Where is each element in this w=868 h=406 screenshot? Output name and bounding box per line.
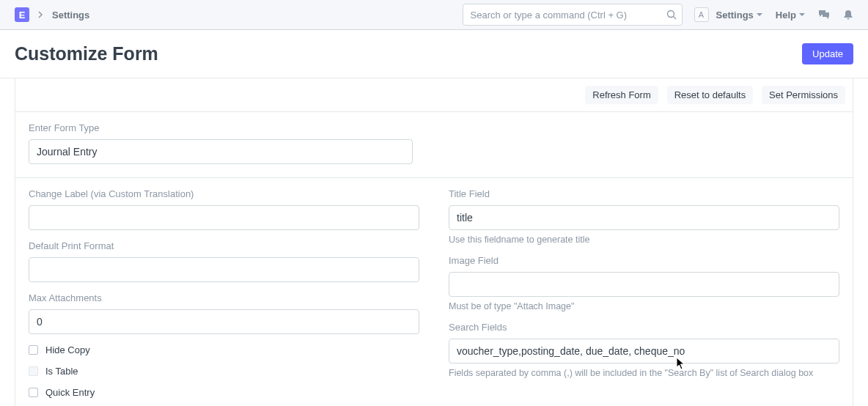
section-form-type: Enter Form Type	[15, 112, 853, 178]
nav-help-label: Help	[776, 10, 796, 21]
title-field-label: Title Field	[449, 188, 839, 199]
chevron-right-icon	[38, 11, 43, 18]
update-button[interactable]: Update	[802, 43, 853, 64]
max-attachments-label: Max Attachments	[29, 292, 419, 303]
svg-point-0	[667, 11, 674, 18]
form-type-input[interactable]	[29, 139, 413, 164]
checkbox-icon	[29, 345, 38, 355]
form-type-label: Enter Form Type	[29, 122, 413, 133]
checkbox-icon	[29, 366, 38, 376]
toolbar: Refresh Form Reset to defaults Set Permi…	[15, 78, 853, 111]
is-table-label: Is Table	[45, 366, 78, 377]
brand-logo[interactable]: E	[15, 7, 29, 22]
search-fields-label: Search Fields	[449, 322, 839, 333]
change-label-input[interactable]	[29, 205, 419, 230]
reset-defaults-button[interactable]: Reset to defaults	[667, 86, 754, 104]
section-details: Change Label (via Custom Translation) De…	[15, 178, 853, 406]
chat-icon[interactable]	[818, 10, 830, 20]
set-permissions-button[interactable]: Set Permissions	[762, 86, 845, 104]
search-fields-input[interactable]	[449, 339, 839, 363]
max-attachments-input[interactable]	[29, 309, 419, 334]
breadcrumb-settings[interactable]: Settings	[52, 10, 89, 21]
print-format-label: Default Print Format	[29, 240, 419, 251]
nav-settings-label: Settings	[716, 10, 754, 21]
image-field-input[interactable]	[449, 272, 839, 297]
page-head: Customize Form Update	[0, 30, 868, 78]
caret-down-icon	[757, 13, 762, 17]
caret-down-icon	[799, 13, 805, 17]
image-field-label: Image Field	[449, 255, 839, 266]
quick-entry-label: Quick Entry	[45, 387, 95, 398]
page-title: Customize Form	[15, 43, 158, 64]
navbar: E Settings A Settings Help	[0, 0, 868, 30]
nav-settings[interactable]: Settings	[716, 10, 762, 21]
change-label-label: Change Label (via Custom Translation)	[29, 188, 419, 199]
checkbox-icon	[29, 388, 38, 397]
hide-copy-checkbox[interactable]: Hide Copy	[29, 344, 419, 355]
left-column: Change Label (via Custom Translation) De…	[29, 188, 419, 398]
svg-line-1	[673, 17, 676, 20]
search-input[interactable]	[463, 4, 683, 26]
hide-copy-label: Hide Copy	[45, 344, 90, 355]
search-fields-help: Fields separated by comma (,) will be in…	[449, 368, 839, 378]
global-search	[463, 4, 683, 26]
title-field-help: Use this fieldname to generate title	[449, 235, 839, 245]
form-body: Enter Form Type Change Label (via Custom…	[15, 111, 853, 406]
search-icon[interactable]	[666, 10, 677, 20]
refresh-form-button[interactable]: Refresh Form	[585, 86, 658, 104]
print-format-input[interactable]	[29, 257, 419, 282]
quick-entry-checkbox[interactable]: Quick Entry	[29, 387, 419, 398]
avatar[interactable]: A	[694, 7, 709, 22]
image-field-help: Must be of type "Attach Image"	[449, 301, 839, 311]
is-table-checkbox: Is Table	[29, 366, 419, 377]
bell-icon[interactable]	[843, 10, 853, 21]
nav-help[interactable]: Help	[776, 10, 805, 21]
title-field-input[interactable]	[449, 205, 839, 230]
right-column: Title Field Use this fieldname to genera…	[449, 188, 839, 398]
